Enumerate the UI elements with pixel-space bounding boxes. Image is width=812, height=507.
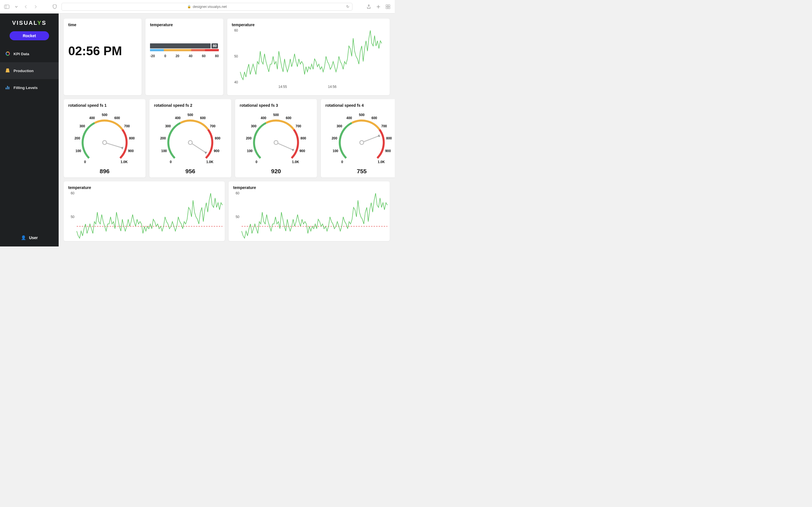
tabs-icon[interactable]	[385, 4, 391, 10]
svg-text:60: 60	[71, 191, 75, 195]
svg-line-22	[105, 143, 123, 148]
svg-text:0: 0	[341, 160, 343, 164]
svg-point-65	[360, 140, 364, 145]
svg-text:500: 500	[102, 113, 107, 117]
svg-text:800: 800	[215, 136, 220, 140]
time-value: 02:56 PM	[68, 44, 137, 58]
card-temp-line-bottom-right: temperature 5060	[229, 181, 390, 241]
gauge-chart: 01002003004005006007008009001.0K	[68, 109, 141, 166]
svg-text:700: 700	[210, 124, 215, 128]
sidebar-toggle-icon[interactable]	[4, 4, 10, 10]
user-label: User	[29, 235, 38, 240]
svg-text:500: 500	[359, 113, 364, 117]
rocket-button[interactable]: Rocket	[10, 31, 49, 40]
user-menu[interactable]: 👤 User	[0, 235, 59, 240]
svg-text:400: 400	[175, 116, 181, 120]
svg-text:300: 300	[165, 124, 171, 128]
url-text: designer.visualys.net	[193, 4, 227, 9]
back-icon[interactable]	[23, 4, 29, 10]
sidebar: VISUALYS Rocket KPI Data Production Fill…	[0, 13, 59, 246]
svg-text:40: 40	[234, 80, 238, 84]
svg-text:100: 100	[333, 149, 338, 153]
svg-text:60: 60	[236, 191, 240, 195]
gauge-value: 956	[154, 168, 227, 175]
svg-text:0: 0	[170, 160, 172, 164]
svg-text:1.0K: 1.0K	[292, 160, 299, 164]
svg-text:50: 50	[71, 215, 75, 219]
forward-icon[interactable]	[33, 4, 38, 10]
svg-text:900: 900	[214, 149, 219, 153]
bars-icon	[6, 86, 10, 90]
logo-text-a: VISUAL	[12, 20, 38, 26]
temperature-line-chart: 40506014:5514:56	[232, 29, 384, 90]
plus-icon[interactable]	[375, 4, 381, 10]
svg-text:400: 400	[89, 116, 95, 120]
card-temp-line-bottom-left: temperature 5060	[64, 181, 225, 241]
svg-text:900: 900	[128, 149, 134, 153]
card-gauge-fs4: rotational speed fs 4 010020030040050060…	[321, 99, 395, 177]
svg-text:700: 700	[124, 124, 130, 128]
svg-text:50: 50	[236, 215, 240, 219]
card-time: time 02:56 PM	[64, 18, 142, 95]
svg-marker-52	[291, 148, 294, 151]
card-title: rotational speed fs 2	[154, 103, 227, 108]
gauge-value: 920	[240, 168, 312, 175]
card-title: temperature	[68, 185, 220, 190]
svg-text:400: 400	[260, 116, 266, 120]
svg-point-37	[188, 140, 192, 145]
svg-point-23	[103, 140, 107, 145]
svg-text:900: 900	[385, 149, 391, 153]
shield-icon[interactable]	[52, 4, 57, 10]
svg-text:1.0K: 1.0K	[121, 160, 128, 164]
svg-text:600: 600	[114, 116, 120, 120]
card-title: rotational speed fs 4	[325, 103, 395, 108]
ring-icon	[6, 52, 10, 56]
card-title: rotational speed fs 1	[68, 103, 141, 108]
url-bar[interactable]: 🔒 designer.visualys.net ↻	[61, 3, 352, 11]
sidebar-item-production[interactable]: Production	[0, 62, 59, 79]
share-icon[interactable]	[366, 4, 371, 10]
svg-text:500: 500	[188, 113, 193, 117]
svg-line-36	[190, 143, 206, 153]
svg-text:0: 0	[255, 160, 257, 164]
sidebar-item-label: Production	[13, 69, 34, 73]
card-gauge-fs1: rotational speed fs 1 010020030040050060…	[64, 99, 146, 177]
svg-text:1.0K: 1.0K	[206, 160, 214, 164]
svg-text:100: 100	[161, 149, 167, 153]
svg-text:300: 300	[337, 124, 342, 128]
svg-text:800: 800	[129, 136, 135, 140]
svg-line-64	[362, 135, 379, 143]
svg-text:60: 60	[234, 29, 238, 33]
browser-toolbar: 🔒 designer.visualys.net ↻	[0, 0, 395, 13]
svg-text:900: 900	[299, 149, 305, 153]
svg-rect-2	[386, 5, 388, 6]
svg-text:14:55: 14:55	[278, 85, 287, 89]
svg-text:100: 100	[247, 149, 253, 153]
svg-text:500: 500	[273, 113, 279, 117]
svg-text:14:56: 14:56	[328, 85, 336, 89]
logo: VISUALYS	[0, 13, 59, 31]
card-title: temperature	[150, 22, 219, 27]
svg-line-50	[276, 143, 294, 150]
gauge-value: 896	[68, 168, 141, 175]
svg-text:1.0K: 1.0K	[378, 160, 385, 164]
svg-text:600: 600	[286, 116, 291, 120]
svg-text:200: 200	[160, 136, 166, 140]
sidebar-item-kpi-data[interactable]: KPI Data	[0, 45, 59, 62]
svg-text:300: 300	[251, 124, 257, 128]
logo-text-y: Y	[37, 20, 42, 26]
card-gauge-fs3: rotational speed fs 3 010020030040050060…	[235, 99, 317, 177]
svg-rect-0	[4, 5, 9, 8]
svg-text:50: 50	[234, 54, 238, 58]
svg-text:400: 400	[346, 116, 352, 120]
gauge-value: 755	[325, 168, 395, 175]
svg-rect-4	[386, 7, 388, 9]
bullet-chart: 80 -20020406080	[150, 49, 219, 58]
main-content: time 02:56 PM temperature 80 -2002040608…	[59, 13, 395, 246]
reload-icon[interactable]: ↻	[346, 4, 349, 9]
card-temp-line: temperature 40506014:5514:56	[227, 18, 390, 95]
chevron-down-icon[interactable]	[13, 4, 19, 10]
svg-text:600: 600	[200, 116, 206, 120]
temperature-line-chart-br: 5060	[233, 191, 390, 241]
sidebar-item-filling-levels[interactable]: Filling Levels	[0, 79, 59, 96]
